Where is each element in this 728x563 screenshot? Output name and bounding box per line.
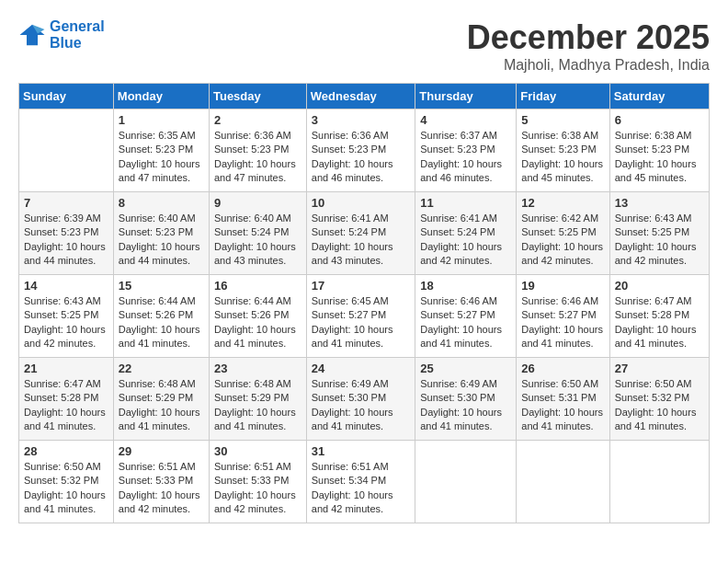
day-info: Sunrise: 6:48 AMSunset: 5:29 PMDaylight:… [214, 377, 301, 434]
day-number: 24 [312, 362, 410, 375]
day-info: Sunrise: 6:50 AMSunset: 5:32 PMDaylight:… [24, 460, 108, 517]
week-row-3: 14Sunrise: 6:43 AMSunset: 5:25 PMDayligh… [19, 275, 710, 358]
day-number: 9 [214, 196, 301, 210]
calendar-cell: 4Sunrise: 6:37 AMSunset: 5:23 PMDaylight… [415, 109, 517, 192]
calendar-cell: 14Sunrise: 6:43 AMSunset: 5:25 PMDayligh… [19, 275, 114, 358]
day-info: Sunrise: 6:41 AMSunset: 5:24 PMDaylight:… [420, 212, 511, 269]
title-area: December 2025 Majholi, Madhya Pradesh, I… [467, 18, 710, 74]
day-number: 31 [312, 444, 410, 458]
calendar-cell: 22Sunrise: 6:48 AMSunset: 5:29 PMDayligh… [113, 358, 209, 441]
location: Majholi, Madhya Pradesh, India [467, 57, 710, 74]
calendar-cell [415, 441, 517, 523]
calendar-cell: 2Sunrise: 6:36 AMSunset: 5:23 PMDaylight… [209, 109, 306, 192]
calendar-cell: 7Sunrise: 6:39 AMSunset: 5:23 PMDaylight… [19, 192, 114, 275]
day-info: Sunrise: 6:51 AMSunset: 5:33 PMDaylight:… [214, 460, 301, 517]
day-info: Sunrise: 6:36 AMSunset: 5:23 PMDaylight:… [214, 129, 301, 186]
header-monday: Monday [113, 84, 209, 109]
calendar-cell: 8Sunrise: 6:40 AMSunset: 5:23 PMDaylight… [113, 192, 209, 275]
day-info: Sunrise: 6:39 AMSunset: 5:23 PMDaylight:… [24, 212, 108, 269]
header-friday: Friday [517, 84, 609, 109]
day-number: 2 [214, 113, 301, 127]
day-info: Sunrise: 6:49 AMSunset: 5:30 PMDaylight:… [312, 377, 410, 434]
day-number: 15 [119, 279, 204, 293]
day-info: Sunrise: 6:41 AMSunset: 5:24 PMDaylight:… [312, 212, 410, 269]
calendar-cell [517, 441, 609, 523]
calendar-cell: 1Sunrise: 6:35 AMSunset: 5:23 PMDaylight… [113, 109, 209, 192]
calendar-cell: 23Sunrise: 6:48 AMSunset: 5:29 PMDayligh… [209, 358, 306, 441]
week-row-4: 21Sunrise: 6:47 AMSunset: 5:28 PMDayligh… [19, 358, 710, 441]
header-saturday: Saturday [609, 84, 709, 109]
week-row-2: 7Sunrise: 6:39 AMSunset: 5:23 PMDaylight… [19, 192, 710, 275]
week-row-1: 1Sunrise: 6:35 AMSunset: 5:23 PMDaylight… [19, 109, 710, 192]
day-number: 3 [312, 113, 410, 127]
header-thursday: Thursday [415, 84, 517, 109]
calendar-cell: 3Sunrise: 6:36 AMSunset: 5:23 PMDaylight… [306, 109, 415, 192]
calendar-cell: 18Sunrise: 6:46 AMSunset: 5:27 PMDayligh… [415, 275, 517, 358]
day-number: 14 [24, 279, 108, 293]
day-number: 23 [214, 362, 301, 375]
header-sunday: Sunday [19, 84, 114, 109]
day-info: Sunrise: 6:46 AMSunset: 5:27 PMDaylight:… [521, 294, 604, 351]
day-info: Sunrise: 6:44 AMSunset: 5:26 PMDaylight:… [214, 294, 301, 351]
calendar-cell [609, 441, 709, 523]
calendar-cell: 27Sunrise: 6:50 AMSunset: 5:32 PMDayligh… [609, 358, 709, 441]
day-info: Sunrise: 6:50 AMSunset: 5:31 PMDaylight:… [521, 377, 604, 434]
day-info: Sunrise: 6:50 AMSunset: 5:32 PMDaylight:… [615, 377, 704, 434]
calendar-cell: 19Sunrise: 6:46 AMSunset: 5:27 PMDayligh… [517, 275, 609, 358]
header-tuesday: Tuesday [209, 84, 306, 109]
calendar-cell: 12Sunrise: 6:42 AMSunset: 5:25 PMDayligh… [517, 192, 609, 275]
calendar-cell: 29Sunrise: 6:51 AMSunset: 5:33 PMDayligh… [113, 441, 209, 523]
day-number: 20 [615, 279, 704, 293]
day-number: 7 [24, 196, 108, 210]
calendar-cell: 24Sunrise: 6:49 AMSunset: 5:30 PMDayligh… [306, 358, 415, 441]
day-number: 13 [615, 196, 704, 210]
logo: General Blue [18, 18, 105, 52]
day-number: 17 [312, 279, 410, 293]
day-info: Sunrise: 6:47 AMSunset: 5:28 PMDaylight:… [615, 294, 704, 351]
calendar-cell: 11Sunrise: 6:41 AMSunset: 5:24 PMDayligh… [415, 192, 517, 275]
calendar-cell: 16Sunrise: 6:44 AMSunset: 5:26 PMDayligh… [209, 275, 306, 358]
calendar-cell [19, 109, 114, 192]
day-info: Sunrise: 6:35 AMSunset: 5:23 PMDaylight:… [119, 129, 204, 186]
day-number: 19 [521, 279, 604, 293]
day-number: 22 [119, 362, 204, 375]
calendar-cell: 25Sunrise: 6:49 AMSunset: 5:30 PMDayligh… [415, 358, 517, 441]
day-number: 6 [615, 113, 704, 127]
svg-marker-0 [20, 25, 45, 46]
day-number: 1 [119, 113, 204, 127]
calendar-cell: 26Sunrise: 6:50 AMSunset: 5:31 PMDayligh… [517, 358, 609, 441]
day-info: Sunrise: 6:51 AMSunset: 5:34 PMDaylight:… [312, 460, 410, 517]
calendar-cell: 9Sunrise: 6:40 AMSunset: 5:24 PMDaylight… [209, 192, 306, 275]
calendar-cell: 6Sunrise: 6:38 AMSunset: 5:23 PMDaylight… [609, 109, 709, 192]
day-number: 10 [312, 196, 410, 210]
logo-text: General Blue [50, 18, 105, 52]
day-number: 8 [119, 196, 204, 210]
day-info: Sunrise: 6:42 AMSunset: 5:25 PMDaylight:… [521, 212, 604, 269]
day-info: Sunrise: 6:38 AMSunset: 5:23 PMDaylight:… [521, 129, 604, 186]
day-number: 28 [24, 444, 108, 458]
day-info: Sunrise: 6:38 AMSunset: 5:23 PMDaylight:… [615, 129, 704, 186]
day-info: Sunrise: 6:44 AMSunset: 5:26 PMDaylight:… [119, 294, 204, 351]
day-number: 27 [615, 362, 704, 375]
month-title: December 2025 [467, 18, 710, 57]
day-number: 16 [214, 279, 301, 293]
day-info: Sunrise: 6:48 AMSunset: 5:29 PMDaylight:… [119, 377, 204, 434]
day-info: Sunrise: 6:46 AMSunset: 5:27 PMDaylight:… [420, 294, 511, 351]
day-number: 12 [521, 196, 604, 210]
day-info: Sunrise: 6:43 AMSunset: 5:25 PMDaylight:… [615, 212, 704, 269]
calendar-cell: 20Sunrise: 6:47 AMSunset: 5:28 PMDayligh… [609, 275, 709, 358]
day-number: 4 [420, 113, 511, 127]
calendar-cell: 30Sunrise: 6:51 AMSunset: 5:33 PMDayligh… [209, 441, 306, 523]
day-number: 5 [521, 113, 604, 127]
day-info: Sunrise: 6:43 AMSunset: 5:25 PMDaylight:… [24, 294, 108, 351]
calendar-cell: 31Sunrise: 6:51 AMSunset: 5:34 PMDayligh… [306, 441, 415, 523]
day-number: 26 [521, 362, 604, 375]
calendar-cell: 21Sunrise: 6:47 AMSunset: 5:28 PMDayligh… [19, 358, 114, 441]
header-wednesday: Wednesday [306, 84, 415, 109]
day-number: 25 [420, 362, 511, 375]
calendar-header-row: SundayMondayTuesdayWednesdayThursdayFrid… [19, 84, 710, 109]
calendar-table: SundayMondayTuesdayWednesdayThursdayFrid… [18, 83, 710, 523]
calendar-cell: 17Sunrise: 6:45 AMSunset: 5:27 PMDayligh… [306, 275, 415, 358]
day-number: 11 [420, 196, 511, 210]
week-row-5: 28Sunrise: 6:50 AMSunset: 5:32 PMDayligh… [19, 441, 710, 523]
